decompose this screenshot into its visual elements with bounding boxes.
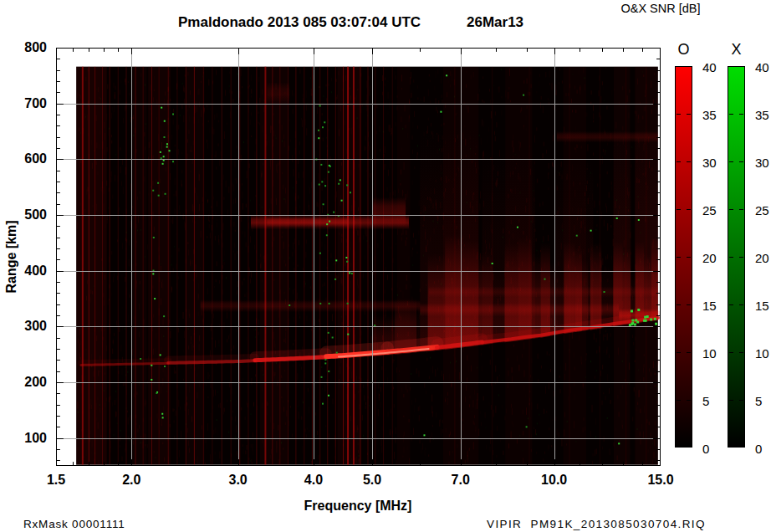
colorbar-tick-label: 15: [755, 299, 771, 313]
colorbar-tick-dash: [739, 114, 743, 115]
x-tick-label: 10.0: [529, 473, 580, 488]
y-tick-label: 400: [0, 263, 47, 279]
colorbar-mode-label: O: [666, 41, 701, 59]
colorbar-tick-dash: [739, 304, 743, 305]
colorbar-tick-dash: [739, 161, 743, 162]
colorbar-tick-label: 30: [755, 156, 771, 170]
colorbar-tick-dash: [677, 257, 681, 258]
footer-filename: VIPIR PM91K_2013085030704.RIQ: [487, 518, 706, 530]
x-tick-label: 1.5: [31, 473, 81, 488]
colorbar-tick-label: 20: [702, 251, 731, 265]
x-tick-label: 5.0: [347, 473, 397, 488]
colorbar-tick-dash: [729, 352, 733, 353]
colorbar-tick-label: 20: [755, 251, 771, 265]
colorbar-tick-label: 10: [755, 346, 771, 361]
colorbar-tick-label: 35: [755, 108, 771, 122]
colorbar-tick-dash: [729, 209, 733, 210]
page-title: Pmaldonado 2013 085 03:07:04 UTC: [178, 14, 421, 31]
x-axis-title: Frequency [MHz]: [274, 499, 442, 514]
colorbar-tick-dash: [677, 161, 681, 162]
colorbar-tick-label: 25: [702, 203, 731, 217]
colorbar-mode-label: X: [719, 41, 753, 59]
colorbar-tick-dash: [729, 161, 733, 162]
colorbar-tick-label: 5: [702, 394, 731, 408]
colorbar-tick-dash: [729, 304, 733, 305]
title-date: 26Mar13: [467, 14, 523, 31]
colorbar-tick-dash: [739, 257, 743, 258]
colorbar-tick-dash: [687, 400, 691, 401]
colorbar-tick-dash: [687, 304, 691, 305]
colorbar-tick-label: 0: [755, 442, 771, 456]
y-tick-label: 600: [0, 151, 47, 166]
colorbar-tick-label: 10: [702, 346, 731, 361]
y-tick-label: 300: [0, 319, 47, 334]
ionogram-plot: [56, 48, 661, 466]
colorbar-tick-dash: [729, 114, 733, 115]
y-tick-label: 500: [0, 207, 47, 223]
footer-rxmask: RxMask 00001111: [23, 518, 125, 530]
colorbar-tick-label: 30: [702, 156, 731, 170]
x-tick-label: 4.0: [288, 473, 339, 488]
y-tick-label: 100: [0, 431, 47, 446]
colorbar-tick-dash: [677, 400, 681, 401]
colorbar-tick-dash: [677, 209, 681, 210]
colorbar-tick-dash: [687, 114, 691, 115]
x-tick-label: 15.0: [636, 473, 686, 488]
colorbar-tick-label: 25: [755, 203, 771, 217]
colorbar-header: O&X SNR [dB]: [577, 2, 744, 15]
colorbar-tick-dash: [739, 352, 743, 353]
colorbar-tick-label: 40: [702, 60, 731, 74]
y-axis-title: Range [km]: [4, 220, 19, 293]
y-tick-label: 800: [0, 40, 47, 55]
colorbar-tick-label: 5: [755, 394, 771, 408]
colorbar-tick-label: 0: [702, 442, 731, 456]
colorbar-tick-label: 40: [755, 60, 771, 74]
colorbar-tick-label: 15: [702, 299, 731, 313]
y-tick-label: 700: [0, 96, 47, 111]
colorbar-tick-dash: [729, 400, 733, 401]
x-tick-label: 7.0: [436, 473, 486, 488]
colorbar-tick-dash: [677, 304, 681, 305]
colorbar-tick-dash: [687, 209, 691, 210]
colorbar-tick-dash: [687, 352, 691, 353]
colorbar-tick-dash: [729, 257, 733, 258]
x-tick-label: 2.0: [106, 473, 156, 488]
ionogram-app: Pmaldonado 2013 085 03:07:04 UTC 26Mar13…: [0, 0, 771, 532]
colorbar-tick-dash: [687, 257, 691, 258]
colorbar-tick-dash: [677, 352, 681, 353]
y-tick-label: 200: [0, 375, 47, 390]
colorbar-tick-dash: [739, 209, 743, 210]
colorbar-tick-dash: [677, 114, 681, 115]
colorbar-tick-label: 35: [702, 108, 731, 122]
colorbar-tick-dash: [687, 161, 691, 162]
x-tick-label: 3.0: [213, 473, 263, 488]
colorbar-tick-dash: [739, 400, 743, 401]
